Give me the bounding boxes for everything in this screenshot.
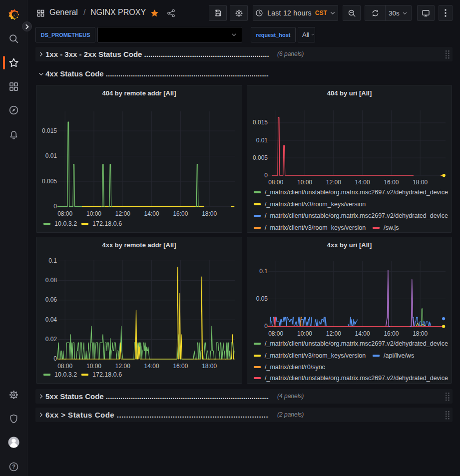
svg-text:0.06: 0.06	[45, 296, 57, 303]
svg-text:16:00: 16:00	[173, 210, 188, 217]
svg-text:0.08: 0.08	[45, 277, 57, 284]
svg-text:0: 0	[53, 355, 57, 362]
svg-text:10:00: 10:00	[86, 363, 101, 370]
svg-text:18:00: 18:00	[202, 210, 217, 217]
svg-text:18:00: 18:00	[413, 179, 428, 186]
svg-text:12:00: 12:00	[326, 179, 341, 186]
svg-text:14:00: 14:00	[144, 363, 159, 370]
svg-text:10:00: 10:00	[297, 179, 312, 186]
svg-text:0.02: 0.02	[45, 336, 57, 343]
svg-text:0.01: 0.01	[45, 152, 57, 159]
svg-text:10:00: 10:00	[297, 330, 312, 337]
svg-text:?: ?	[12, 464, 15, 470]
svg-text:12:00: 12:00	[115, 363, 130, 370]
svg-text:0.01: 0.01	[256, 137, 268, 144]
svg-text:12:00: 12:00	[115, 210, 130, 217]
svg-text:14:00: 14:00	[355, 330, 370, 337]
svg-text:0: 0	[264, 323, 268, 330]
svg-text:18:00: 18:00	[202, 363, 217, 370]
svg-text:08:00: 08:00	[268, 179, 283, 186]
svg-text:16:00: 16:00	[384, 330, 399, 337]
svg-text:16:00: 16:00	[173, 363, 188, 370]
svg-text:0.04: 0.04	[45, 316, 57, 323]
svg-text:16:00: 16:00	[384, 179, 399, 186]
svg-text:0: 0	[53, 203, 57, 210]
svg-text:0.1: 0.1	[48, 257, 57, 264]
svg-text:0.005: 0.005	[253, 154, 268, 161]
svg-text:08:00: 08:00	[57, 363, 72, 370]
svg-text:0.005: 0.005	[42, 178, 57, 185]
svg-text:0.1: 0.1	[259, 268, 268, 275]
svg-text:12:00: 12:00	[326, 330, 341, 337]
svg-text:18:00: 18:00	[413, 330, 428, 337]
svg-text:10:00: 10:00	[86, 210, 101, 217]
svg-text:08:00: 08:00	[57, 210, 72, 217]
svg-text:0.015: 0.015	[253, 119, 268, 126]
svg-text:14:00: 14:00	[144, 210, 159, 217]
svg-text:08:00: 08:00	[268, 330, 283, 337]
svg-text:0: 0	[264, 172, 268, 179]
svg-text:14:00: 14:00	[355, 179, 370, 186]
svg-text:0.015: 0.015	[42, 127, 57, 134]
svg-text:0.05: 0.05	[256, 295, 268, 302]
